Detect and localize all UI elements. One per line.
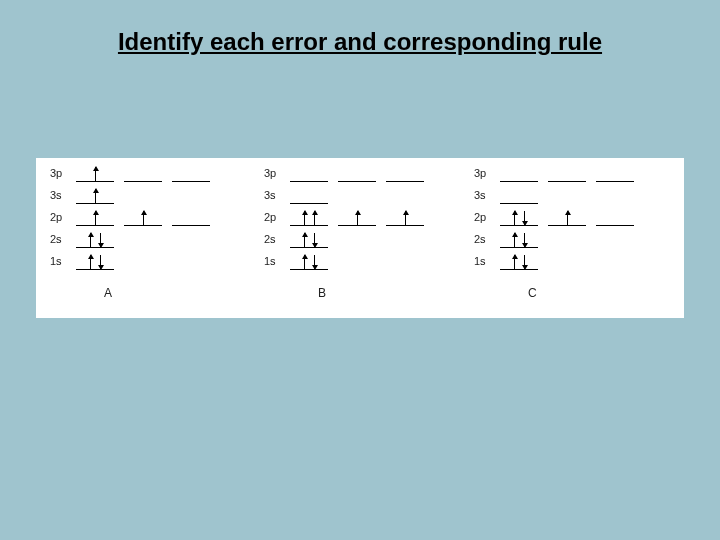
orbital-box	[596, 208, 634, 226]
spin-up-icon	[514, 211, 515, 225]
spin-down-icon	[314, 255, 315, 269]
orbital-boxes	[500, 208, 634, 226]
orbital-box	[290, 186, 328, 204]
orbital-box	[548, 164, 586, 182]
orbital-box	[76, 186, 114, 204]
orbital-boxes	[76, 252, 114, 270]
orbital-box	[290, 208, 328, 226]
orbital-label: 3p	[474, 167, 496, 179]
orbital-box	[76, 164, 114, 182]
orbital-box	[386, 164, 424, 182]
orbital-boxes	[500, 230, 538, 248]
orbital-label: 1s	[474, 255, 496, 267]
orbital-box	[124, 164, 162, 182]
spin-up-icon	[314, 211, 315, 225]
orbital-boxes	[500, 164, 634, 182]
orbital-box	[596, 164, 634, 182]
spin-up-icon	[95, 189, 96, 203]
orbital-box	[500, 230, 538, 248]
orbital-boxes	[290, 252, 328, 270]
orbital-boxes	[76, 208, 210, 226]
spin-up-icon	[304, 233, 305, 247]
spin-up-icon	[143, 211, 144, 225]
orbital-box	[290, 252, 328, 270]
page-title: Identify each error and corresponding ru…	[0, 28, 720, 56]
orbital-boxes	[290, 186, 328, 204]
orbital-box	[76, 230, 114, 248]
orbital-label: 2p	[264, 211, 286, 223]
spin-down-icon	[524, 233, 525, 247]
orbital-box	[500, 186, 538, 204]
orbital-label: 2s	[264, 233, 286, 245]
orbital-diagram-figure: 3p 3s 2p 2s	[36, 158, 684, 318]
panel-c: 3p 3s 2p 2s	[474, 158, 674, 318]
orbital-box	[290, 164, 328, 182]
spin-down-icon	[100, 255, 101, 269]
spin-up-icon	[357, 211, 358, 225]
orbital-box	[290, 230, 328, 248]
orbital-box	[76, 252, 114, 270]
orbital-label: 1s	[50, 255, 72, 267]
orbital-label: 3p	[264, 167, 286, 179]
orbital-label: 3s	[474, 189, 496, 201]
spin-up-icon	[90, 233, 91, 247]
spin-up-icon	[304, 211, 305, 225]
orbital-box	[500, 208, 538, 226]
orbital-label: 3p	[50, 167, 72, 179]
panel-a: 3p 3s 2p 2s	[50, 158, 250, 318]
orbital-box	[338, 164, 376, 182]
panel-label: C	[528, 286, 537, 300]
orbital-label: 2p	[50, 211, 72, 223]
spin-down-icon	[314, 233, 315, 247]
spin-up-icon	[567, 211, 568, 225]
spin-up-icon	[304, 255, 305, 269]
orbital-box	[500, 164, 538, 182]
orbital-boxes	[500, 186, 538, 204]
orbital-box	[500, 252, 538, 270]
spin-down-icon	[524, 211, 525, 225]
orbital-boxes	[76, 164, 210, 182]
orbital-label: 3s	[50, 189, 72, 201]
orbital-box	[172, 208, 210, 226]
orbital-label: 2s	[50, 233, 72, 245]
orbital-label: 2s	[474, 233, 496, 245]
orbital-boxes	[76, 186, 114, 204]
orbital-boxes	[290, 230, 328, 248]
orbital-boxes	[290, 208, 424, 226]
orbital-box	[124, 208, 162, 226]
orbital-box	[172, 164, 210, 182]
spin-down-icon	[524, 255, 525, 269]
orbital-boxes	[76, 230, 114, 248]
orbital-boxes	[290, 164, 424, 182]
spin-up-icon	[95, 167, 96, 181]
orbital-boxes	[500, 252, 538, 270]
panel-b: 3p 3s 2p 2s	[264, 158, 464, 318]
orbital-label: 2p	[474, 211, 496, 223]
panel-label: A	[104, 286, 112, 300]
orbital-label: 3s	[264, 189, 286, 201]
spin-up-icon	[95, 211, 96, 225]
orbital-label: 1s	[264, 255, 286, 267]
spin-down-icon	[100, 233, 101, 247]
spin-up-icon	[405, 211, 406, 225]
spin-up-icon	[514, 255, 515, 269]
spin-up-icon	[514, 233, 515, 247]
orbital-box	[76, 208, 114, 226]
orbital-box	[338, 208, 376, 226]
orbital-box	[548, 208, 586, 226]
spin-up-icon	[90, 255, 91, 269]
orbital-box	[386, 208, 424, 226]
panel-label: B	[318, 286, 326, 300]
